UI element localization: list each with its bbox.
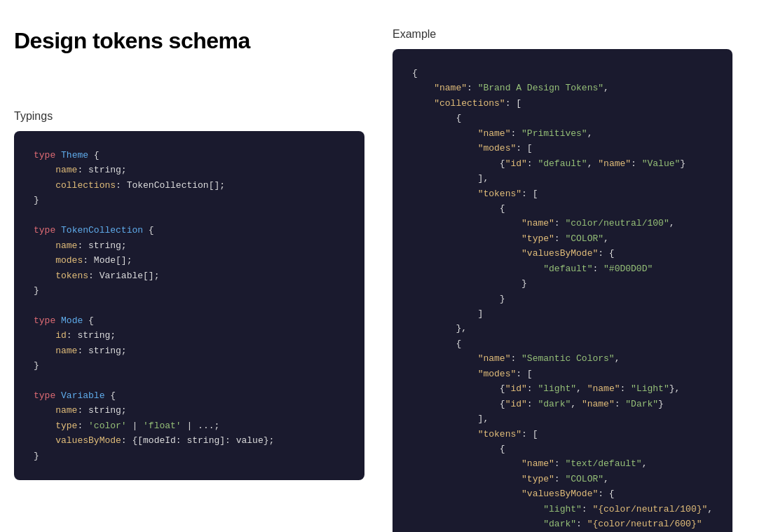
page-layout: Design tokens schema Typings type Theme … <box>14 28 729 532</box>
typings-code: type Theme { name: string; collections: … <box>34 148 345 463</box>
right-panel: Example { "name": "Brand A Design Tokens… <box>393 28 732 532</box>
typings-label: Typings <box>14 110 364 123</box>
left-panel: Design tokens schema Typings type Theme … <box>14 28 364 480</box>
page-title: Design tokens schema <box>14 28 364 54</box>
example-code-block: { "name": "Brand A Design Tokens", "coll… <box>393 49 732 532</box>
example-label: Example <box>393 28 732 41</box>
example-code: { "name": "Brand A Design Tokens", "coll… <box>412 66 713 532</box>
typings-code-block: type Theme { name: string; collections: … <box>14 131 364 480</box>
